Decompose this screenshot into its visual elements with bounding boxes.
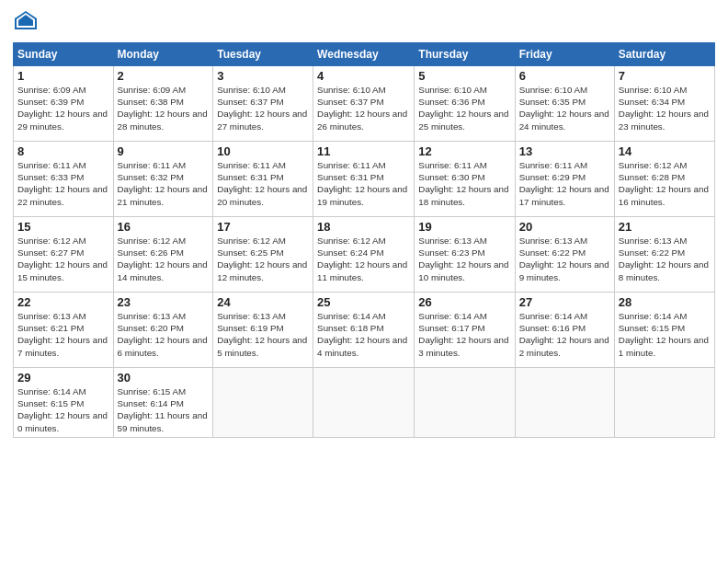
table-row: 20Sunrise: 6:13 AMSunset: 6:22 PMDayligh… bbox=[515, 217, 614, 293]
day-number: 20 bbox=[519, 220, 610, 234]
cell-details: Sunrise: 6:11 AMSunset: 6:30 PMDaylight:… bbox=[418, 160, 508, 207]
table-row: 26Sunrise: 6:14 AMSunset: 6:17 PMDayligh… bbox=[415, 293, 515, 368]
cell-details: Sunrise: 6:11 AMSunset: 6:31 PMDaylight:… bbox=[217, 160, 307, 207]
cell-details: Sunrise: 6:11 AMSunset: 6:33 PMDaylight:… bbox=[17, 160, 108, 207]
table-row bbox=[515, 368, 614, 438]
table-row: 9Sunrise: 6:11 AMSunset: 6:32 PMDaylight… bbox=[113, 142, 213, 217]
table-row bbox=[313, 368, 415, 438]
page: SundayMondayTuesdayWednesdayThursdayFrid… bbox=[0, 0, 728, 563]
day-number: 10 bbox=[217, 144, 309, 158]
table-row: 29Sunrise: 6:14 AMSunset: 6:15 PMDayligh… bbox=[14, 368, 114, 438]
cell-details: Sunrise: 6:12 AMSunset: 6:26 PMDaylight:… bbox=[118, 236, 208, 282]
day-number: 2 bbox=[118, 69, 210, 83]
day-number: 15 bbox=[17, 220, 109, 234]
calendar-body: 1Sunrise: 6:09 AMSunset: 6:39 PMDaylight… bbox=[14, 66, 715, 438]
week-row-2: 8Sunrise: 6:11 AMSunset: 6:33 PMDaylight… bbox=[14, 142, 715, 217]
table-row: 16Sunrise: 6:12 AMSunset: 6:26 PMDayligh… bbox=[113, 217, 213, 293]
cell-details: Sunrise: 6:11 AMSunset: 6:29 PMDaylight:… bbox=[519, 160, 609, 207]
week-row-3: 15Sunrise: 6:12 AMSunset: 6:27 PMDayligh… bbox=[14, 217, 715, 293]
day-number: 29 bbox=[17, 371, 109, 385]
cell-details: Sunrise: 6:09 AMSunset: 6:39 PMDaylight:… bbox=[17, 85, 108, 132]
day-number: 4 bbox=[317, 69, 410, 83]
table-row bbox=[213, 368, 313, 438]
table-row: 28Sunrise: 6:14 AMSunset: 6:15 PMDayligh… bbox=[614, 293, 714, 368]
day-number: 30 bbox=[118, 371, 210, 385]
day-number: 23 bbox=[118, 295, 210, 309]
cell-details: Sunrise: 6:10 AMSunset: 6:35 PMDaylight:… bbox=[519, 85, 609, 132]
table-row: 23Sunrise: 6:13 AMSunset: 6:20 PMDayligh… bbox=[113, 293, 213, 368]
header bbox=[13, 9, 715, 35]
cell-details: Sunrise: 6:13 AMSunset: 6:22 PMDaylight:… bbox=[619, 236, 709, 282]
day-number: 7 bbox=[619, 69, 711, 83]
table-row: 12Sunrise: 6:11 AMSunset: 6:30 PMDayligh… bbox=[415, 142, 515, 217]
table-row: 5Sunrise: 6:10 AMSunset: 6:36 PMDaylight… bbox=[415, 66, 515, 142]
table-row: 7Sunrise: 6:10 AMSunset: 6:34 PMDaylight… bbox=[614, 66, 714, 142]
cell-details: Sunrise: 6:12 AMSunset: 6:25 PMDaylight:… bbox=[217, 236, 307, 282]
cell-details: Sunrise: 6:14 AMSunset: 6:15 PMDaylight:… bbox=[619, 311, 709, 358]
cell-details: Sunrise: 6:10 AMSunset: 6:34 PMDaylight:… bbox=[619, 85, 709, 132]
table-row: 11Sunrise: 6:11 AMSunset: 6:31 PMDayligh… bbox=[313, 142, 415, 217]
cell-details: Sunrise: 6:13 AMSunset: 6:23 PMDaylight:… bbox=[418, 236, 508, 282]
table-row: 1Sunrise: 6:09 AMSunset: 6:39 PMDaylight… bbox=[14, 66, 114, 142]
day-number: 26 bbox=[418, 295, 510, 309]
cell-details: Sunrise: 6:12 AMSunset: 6:28 PMDaylight:… bbox=[619, 160, 709, 207]
col-header-saturday: Saturday bbox=[614, 43, 714, 66]
table-row: 14Sunrise: 6:12 AMSunset: 6:28 PMDayligh… bbox=[614, 142, 714, 217]
week-row-1: 1Sunrise: 6:09 AMSunset: 6:39 PMDaylight… bbox=[14, 66, 715, 142]
table-row: 22Sunrise: 6:13 AMSunset: 6:21 PMDayligh… bbox=[14, 293, 114, 368]
table-row bbox=[614, 368, 714, 438]
col-header-monday: Monday bbox=[113, 43, 213, 66]
cell-details: Sunrise: 6:13 AMSunset: 6:20 PMDaylight:… bbox=[118, 311, 208, 358]
column-headers-row: SundayMondayTuesdayWednesdayThursdayFrid… bbox=[14, 43, 715, 66]
logo bbox=[13, 9, 42, 35]
col-header-thursday: Thursday bbox=[415, 43, 515, 66]
day-number: 1 bbox=[17, 69, 109, 83]
cell-details: Sunrise: 6:12 AMSunset: 6:27 PMDaylight:… bbox=[17, 236, 108, 282]
calendar-table: SundayMondayTuesdayWednesdayThursdayFrid… bbox=[13, 42, 715, 438]
day-number: 21 bbox=[619, 220, 711, 234]
table-row: 6Sunrise: 6:10 AMSunset: 6:35 PMDaylight… bbox=[515, 66, 614, 142]
day-number: 3 bbox=[217, 69, 309, 83]
cell-details: Sunrise: 6:14 AMSunset: 6:18 PMDaylight:… bbox=[317, 311, 407, 358]
day-number: 16 bbox=[118, 220, 210, 234]
table-row: 19Sunrise: 6:13 AMSunset: 6:23 PMDayligh… bbox=[415, 217, 515, 293]
cell-details: Sunrise: 6:10 AMSunset: 6:36 PMDaylight:… bbox=[418, 85, 508, 132]
day-number: 27 bbox=[519, 295, 610, 309]
cell-details: Sunrise: 6:14 AMSunset: 6:16 PMDaylight:… bbox=[519, 311, 609, 358]
day-number: 22 bbox=[17, 295, 109, 309]
cell-details: Sunrise: 6:12 AMSunset: 6:24 PMDaylight:… bbox=[317, 236, 407, 282]
table-row: 2Sunrise: 6:09 AMSunset: 6:38 PMDaylight… bbox=[113, 66, 213, 142]
table-row: 4Sunrise: 6:10 AMSunset: 6:37 PMDaylight… bbox=[313, 66, 415, 142]
cell-details: Sunrise: 6:14 AMSunset: 6:17 PMDaylight:… bbox=[418, 311, 508, 358]
table-row: 10Sunrise: 6:11 AMSunset: 6:31 PMDayligh… bbox=[213, 142, 313, 217]
cell-details: Sunrise: 6:13 AMSunset: 6:19 PMDaylight:… bbox=[217, 311, 307, 358]
table-row bbox=[415, 368, 515, 438]
cell-details: Sunrise: 6:13 AMSunset: 6:22 PMDaylight:… bbox=[519, 236, 609, 282]
table-row: 8Sunrise: 6:11 AMSunset: 6:33 PMDaylight… bbox=[14, 142, 114, 217]
table-row: 18Sunrise: 6:12 AMSunset: 6:24 PMDayligh… bbox=[313, 217, 415, 293]
day-number: 11 bbox=[317, 144, 410, 158]
day-number: 12 bbox=[418, 144, 510, 158]
cell-details: Sunrise: 6:14 AMSunset: 6:15 PMDaylight:… bbox=[17, 386, 108, 433]
day-number: 6 bbox=[519, 69, 610, 83]
col-header-friday: Friday bbox=[515, 43, 614, 66]
table-row: 3Sunrise: 6:10 AMSunset: 6:37 PMDaylight… bbox=[213, 66, 313, 142]
col-header-sunday: Sunday bbox=[14, 43, 114, 66]
table-row: 15Sunrise: 6:12 AMSunset: 6:27 PMDayligh… bbox=[14, 217, 114, 293]
day-number: 5 bbox=[418, 69, 510, 83]
day-number: 19 bbox=[418, 220, 510, 234]
week-row-5: 29Sunrise: 6:14 AMSunset: 6:15 PMDayligh… bbox=[14, 368, 715, 438]
day-number: 14 bbox=[619, 144, 711, 158]
day-number: 18 bbox=[317, 220, 410, 234]
cell-details: Sunrise: 6:15 AMSunset: 6:14 PMDaylight:… bbox=[118, 386, 208, 433]
cell-details: Sunrise: 6:10 AMSunset: 6:37 PMDaylight:… bbox=[317, 85, 407, 132]
table-row: 21Sunrise: 6:13 AMSunset: 6:22 PMDayligh… bbox=[614, 217, 714, 293]
table-row: 27Sunrise: 6:14 AMSunset: 6:16 PMDayligh… bbox=[515, 293, 614, 368]
col-header-tuesday: Tuesday bbox=[213, 43, 313, 66]
table-row: 17Sunrise: 6:12 AMSunset: 6:25 PMDayligh… bbox=[213, 217, 313, 293]
cell-details: Sunrise: 6:13 AMSunset: 6:21 PMDaylight:… bbox=[17, 311, 108, 358]
day-number: 24 bbox=[217, 295, 309, 309]
cell-details: Sunrise: 6:09 AMSunset: 6:38 PMDaylight:… bbox=[118, 85, 208, 132]
day-number: 13 bbox=[519, 144, 610, 158]
cell-details: Sunrise: 6:11 AMSunset: 6:31 PMDaylight:… bbox=[317, 160, 407, 207]
